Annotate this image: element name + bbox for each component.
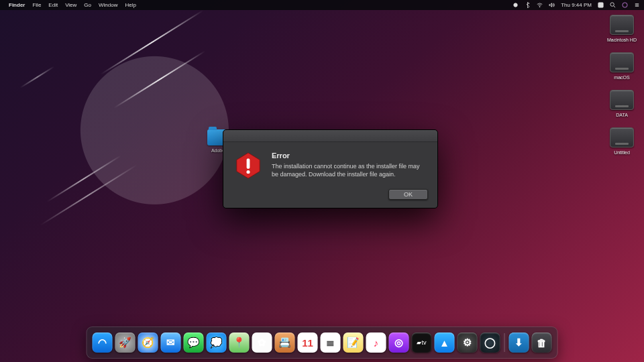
dock-app-quicktime[interactable]: ◯	[480, 333, 500, 353]
dock-separator	[504, 333, 505, 352]
keyboard-input-icon[interactable]: A	[598, 2, 604, 8]
desktop-drive-macintosh-hd[interactable]: Macintosh HD	[605, 15, 639, 43]
drive-label: Untitled	[614, 150, 630, 156]
menu-file[interactable]: File	[32, 2, 41, 8]
svg-point-6	[623, 3, 627, 7]
dialog-title: Error	[272, 152, 425, 160]
volume-icon[interactable]	[549, 2, 555, 8]
bluetooth-icon[interactable]	[525, 2, 531, 8]
ok-button[interactable]: OK	[388, 189, 428, 200]
desktop-drive-untitled[interactable]: Untitled	[605, 127, 639, 156]
wallpaper-streak	[46, 155, 121, 202]
dock-app-messages[interactable]: 💬	[184, 333, 204, 353]
dock-app-music[interactable]: ♪	[366, 333, 386, 353]
drive-icon	[610, 52, 634, 72]
dock-app-mail[interactable]: ✉	[161, 333, 181, 353]
dock-app-downloads[interactable]: ⬇	[509, 333, 529, 353]
dock-app-maps[interactable]: 📍	[229, 333, 250, 353]
drive-label: Macintosh HD	[607, 38, 637, 43]
dock-app-settings[interactable]: ⚙	[458, 333, 478, 353]
record-icon[interactable]	[513, 2, 519, 8]
menu-view[interactable]: View	[65, 2, 76, 8]
dock: ◠🚀🧭✉💬💭📍✿📇11≣📝♪◎▰tv▲⚙◯⬇🗑	[87, 326, 558, 359]
svg-point-0	[514, 3, 517, 7]
menu-go[interactable]: Go	[84, 2, 91, 8]
svg-point-4	[610, 3, 614, 6]
dock-app-trash[interactable]: 🗑	[532, 333, 552, 353]
wifi-icon[interactable]	[537, 2, 543, 8]
svg-line-5	[614, 6, 615, 7]
dock-app-podcasts[interactable]: ◎	[389, 333, 409, 353]
error-icon	[234, 152, 262, 180]
wallpaper-streak	[19, 66, 54, 88]
menu-window[interactable]: Window	[99, 2, 117, 8]
svg-rect-11	[247, 159, 250, 169]
menu-bar: Finder File Edit View Go Window Help Thu…	[0, 0, 644, 10]
dock-app-reminders[interactable]: ≣	[321, 333, 341, 353]
wallpaper-streak	[113, 50, 205, 108]
svg-point-1	[539, 7, 540, 7]
drive-label: macOS	[614, 75, 629, 80]
clock[interactable]: Thu 9:44 PM	[561, 2, 592, 8]
svg-point-12	[246, 170, 250, 174]
dock-app-notes[interactable]: 📝	[343, 333, 364, 353]
menu-edit[interactable]: Edit	[48, 2, 58, 8]
menu-help[interactable]: Help	[125, 2, 136, 8]
desktop-drive-macos[interactable]: macOS	[605, 52, 639, 80]
dock-app-photos[interactable]: ✿	[252, 333, 272, 353]
error-dialog: Error The installation cannot continue a…	[223, 129, 438, 208]
dialog-titlebar[interactable]	[223, 130, 437, 142]
desktop-drive-data[interactable]: DATA	[605, 90, 639, 118]
wallpaper-streak	[40, 164, 137, 226]
siri-icon[interactable]	[622, 2, 628, 8]
dock-app-tv[interactable]: ▰tv	[412, 333, 432, 353]
spotlight-icon[interactable]	[610, 2, 616, 8]
notification-center-icon[interactable]	[634, 2, 640, 8]
dock-app-appstore[interactable]: ▲	[435, 333, 455, 353]
wallpaper-streak	[100, 10, 203, 75]
dock-app-calendar[interactable]: 11	[298, 333, 318, 353]
drive-label: DATA	[616, 113, 628, 118]
dock-app-launchpad[interactable]: 🚀	[115, 333, 136, 353]
dock-app-chat[interactable]: 💭	[207, 333, 227, 353]
dialog-message: The installation cannot continue as the …	[272, 162, 425, 178]
drive-icon	[610, 127, 634, 147]
dock-app-safari[interactable]: 🧭	[138, 333, 158, 353]
dock-app-finder[interactable]: ◠	[93, 333, 113, 353]
drive-icon	[610, 90, 634, 110]
app-menu[interactable]: Finder	[9, 2, 25, 8]
dock-app-contacts[interactable]: 📇	[275, 333, 295, 353]
drive-icon	[610, 15, 634, 35]
